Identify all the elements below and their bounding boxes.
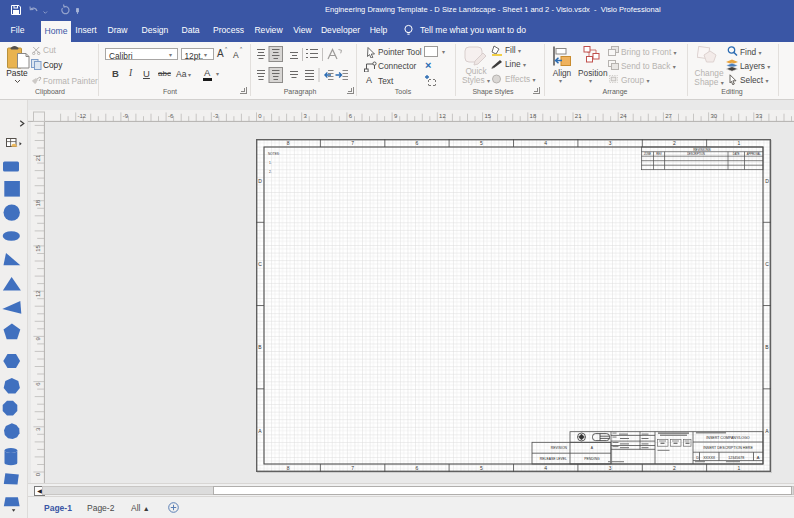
svg-text:-6: -6	[168, 113, 174, 119]
svg-text:-12: -12	[78, 113, 87, 119]
svg-text:27: 27	[665, 113, 672, 119]
svg-text:D: D	[696, 455, 699, 460]
svg-text:-9: -9	[123, 113, 129, 119]
svg-text:12: 12	[35, 290, 41, 297]
svg-text:A: A	[757, 455, 760, 460]
svg-text:C: C	[258, 261, 262, 267]
svg-text:2.: 2.	[269, 170, 272, 174]
svg-text:2: 2	[673, 140, 676, 146]
svg-text:INSERT DESCRIPTION HERE: INSERT DESCRIPTION HERE	[703, 446, 753, 450]
svg-text:4: 4	[544, 465, 547, 471]
svg-text:RELEASE LEVEL: RELEASE LEVEL	[540, 457, 567, 461]
svg-text:18: 18	[35, 199, 41, 206]
svg-text:7: 7	[351, 465, 354, 471]
svg-text:21: 21	[575, 113, 582, 119]
svg-text:DESCRIPTION: DESCRIPTION	[687, 152, 705, 156]
svg-text:D: D	[765, 178, 769, 184]
svg-text:24: 24	[620, 113, 627, 119]
svg-text:18: 18	[530, 113, 537, 119]
svg-text:12345678: 12345678	[728, 456, 744, 460]
svg-text:REV: REV	[656, 152, 662, 156]
svg-text:XXXXX: XXXXX	[703, 456, 716, 460]
svg-text:REVISION: REVISION	[551, 446, 568, 450]
svg-text:6: 6	[416, 140, 419, 146]
svg-text:C: C	[765, 261, 769, 267]
svg-text:DATE: DATE	[733, 152, 740, 156]
svg-text:D: D	[258, 178, 262, 184]
svg-text:5: 5	[480, 140, 483, 146]
svg-text:NOTES:: NOTES:	[268, 152, 280, 156]
svg-text:3: 3	[609, 140, 612, 146]
svg-text:1: 1	[737, 465, 740, 471]
svg-text:3: 3	[609, 465, 612, 471]
svg-text:8: 8	[287, 465, 290, 471]
svg-text:15: 15	[484, 113, 491, 119]
svg-text:APPROVAL: APPROVAL	[747, 152, 761, 156]
svg-text:21: 21	[35, 154, 41, 161]
svg-text:ZONE: ZONE	[644, 152, 651, 156]
svg-text:PENDING: PENDING	[584, 457, 600, 461]
svg-text:7: 7	[351, 140, 354, 146]
svg-text:4: 4	[544, 140, 547, 146]
svg-text:1.: 1.	[269, 161, 272, 165]
svg-text:6: 6	[416, 465, 419, 471]
svg-text:1: 1	[737, 140, 740, 146]
svg-text:-3: -3	[213, 113, 219, 119]
svg-text:12: 12	[439, 113, 446, 119]
svg-text:INSERT COMPANY/LOGO: INSERT COMPANY/LOGO	[706, 436, 750, 440]
svg-text:15: 15	[35, 244, 41, 251]
svg-text:REVISIONS: REVISIONS	[693, 148, 710, 152]
svg-text:8: 8	[287, 140, 290, 146]
svg-text:30: 30	[710, 113, 717, 119]
svg-text:2: 2	[673, 465, 676, 471]
svg-text:33: 33	[756, 113, 763, 119]
svg-text:5: 5	[480, 465, 483, 471]
